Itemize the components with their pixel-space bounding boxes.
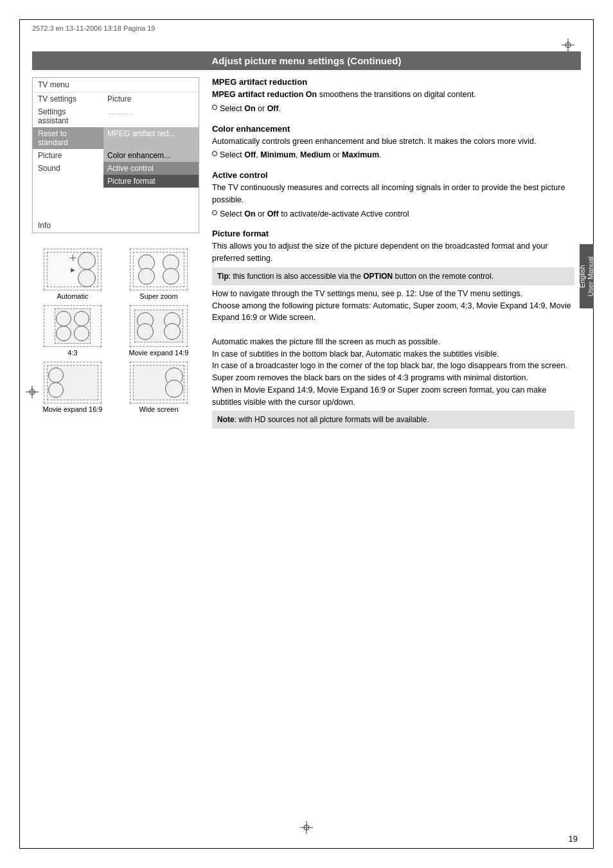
section-active-title: Active control [212,170,574,180]
left-column: TV menu TV settings Picture Settings ass… [32,77,199,836]
page-title: Adjust picture menu settings (Continued) [32,51,581,70]
note-box: Note: with HD sources not all picture fo… [212,411,574,429]
format-label-automatic: Automatic [57,292,89,300]
tv-menu-right-cell: Active control [103,162,199,175]
tv-menu-left-cell: Settings assistant [33,105,103,127]
format-movie-14-9: Movie expand 14:9 [118,305,199,357]
format-diagram-4-3 [44,305,102,347]
bullet-mpeg: Select On or Off. [212,103,574,115]
section-color-title: Color enhancement [212,124,574,134]
bullet-text: Select On or Off to activate/de-activate… [220,208,409,220]
bullet-color: Select Off, Minimum, Medium or Maximum. [212,149,574,161]
format-diagram-automatic: ▶ [44,249,102,290]
tv-menu-left-cell [33,175,103,188]
page-number: 19 [569,834,578,844]
format-diagram-wide-screen [130,362,188,403]
format-automatic: ▶ Automatic [32,249,113,300]
tv-menu-right-cell [103,188,199,200]
tv-menu-right-cell: Picture [103,93,199,105]
tv-menu-row: Picture format [33,175,199,188]
section-mpeg-title: MPEG artifact reduction [212,77,574,87]
tv-menu-footer: Info [33,218,199,233]
crosshair-left [26,385,39,400]
tv-menu-panel: TV menu TV settings Picture Settings ass… [32,77,199,233]
tv-menu-left-cell: Reset to standard [33,127,103,149]
bullet-dot [212,105,217,110]
side-tab-line2: User Manual [587,256,594,296]
section-active-body: The TV continuously measures and correct… [212,182,574,220]
tv-menu-row: Sound Active control [33,162,199,175]
right-column: MPEG artifact reduction MPEG artifact re… [212,77,581,836]
bullet-text: Select On or Off. [220,103,281,115]
bullet-dot [212,151,217,156]
section-active: Active control The TV continuously measu… [212,170,574,220]
format-diagram-super-zoom [130,249,188,290]
section-color: Color enhancement Automatically controls… [212,124,574,162]
format-label-super-zoom: Super zoom [139,292,177,300]
format-label-movie-14-9: Movie expand 14:9 [129,349,189,357]
tv-menu-row: Settings assistant ............ [33,105,199,127]
section-format: Picture format This allows you to adjust… [212,229,574,431]
tv-menu-row: TV settings Picture [33,93,199,105]
format-label-4-3: 4:3 [67,349,77,357]
tv-menu-left-cell [33,188,103,200]
format-4-3: 4:3 [32,305,113,357]
tv-menu-right-cell: Picture format [103,175,199,188]
tv-menu-right-cell: Color enhancem... [103,149,199,162]
section-mpeg: MPEG artifact reduction MPEG artifact re… [212,77,574,115]
side-tab-text: English User Manual [578,256,595,296]
format-movie-16-9: Movie expand 16:9 [32,362,113,413]
tv-menu-row [33,188,199,200]
section-format-body2: How to navigate through the TV settings … [212,288,574,409]
tv-menu-row-highlighted: Reset to standard MPEG artifact red... [33,127,199,149]
tv-menu-left-cell: Sound [33,162,103,175]
bullet-active: Select On or Off to activate/de-activate… [212,208,574,220]
tv-menu-right-cell: MPEG artifact red... [103,127,199,149]
format-label-wide-screen: Wide screen [139,405,178,413]
meta-header: 2572.3 en 13-11-2006 13:18 Pagina 19 [32,24,155,32]
side-tab-line1: English [578,265,586,288]
section-format-title: Picture format [212,229,574,238]
side-tab: English User Manual [580,244,594,308]
tv-menu-left-cell [33,200,103,213]
format-diagram-movie-16-9 [44,362,102,403]
tv-menu-row: Picture Color enhancem... [33,149,199,162]
bullet-dot [212,210,217,215]
section-format-body: This allows you to adjust the size of th… [212,240,574,265]
format-label-movie-16-9: Movie expand 16:9 [43,405,103,413]
format-diagram-movie-14-9 [130,305,188,347]
main-content: TV menu TV settings Picture Settings ass… [32,77,581,836]
tv-menu-header: TV menu [33,78,199,93]
crosshair-bottom [300,821,313,836]
section-color-body: Automatically controls green enhancement… [212,136,574,162]
tv-menu-left-cell: TV settings [33,93,103,105]
section-mpeg-body: MPEG artifact reduction On smoothens the… [212,89,574,115]
tip-box: Tip: this function is also accessible vi… [212,267,574,285]
tv-menu-right-cell: ............ [103,105,199,127]
picture-formats: ▶ Automatic Super zoom [32,249,199,413]
format-wide-screen: Wide screen [118,362,199,413]
tv-menu-right-cell [103,200,199,213]
format-super-zoom: Super zoom [118,249,199,300]
bullet-text: Select Off, Minimum, Medium or Maximum. [220,149,381,161]
tv-menu-left-cell: Picture [33,149,103,162]
tv-menu-row [33,200,199,213]
